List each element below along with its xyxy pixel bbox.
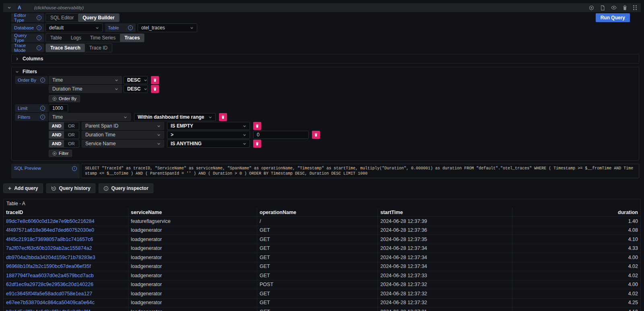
query-type-time-series[interactable]: Time Series: [86, 34, 120, 42]
order-by-field-select[interactable]: Duration Time: [49, 85, 122, 93]
limit-row: Limiti: [15, 104, 639, 112]
start-time-cell: 2024-06-28 12:37:35: [378, 235, 512, 244]
trace-id-link[interactable]: db9704a2bbda34204d159c71b78283e3: [6, 255, 95, 260]
remove-filter-button[interactable]: [219, 113, 227, 121]
column-header-starttime[interactable]: startTime: [378, 208, 512, 216]
table-select[interactable]: otel_traces: [138, 23, 197, 32]
panel-title[interactable]: Table - A: [4, 199, 640, 208]
trace-id-link[interactable]: e67ee7b53870d4c864ca50409ca0e64c: [6, 300, 95, 305]
start-time-cell: 2024-06-28 12:37:36: [378, 226, 512, 235]
editor-type-group: SQL Editor Query Builder: [45, 13, 120, 22]
column-header-traceid[interactable]: traceID: [4, 208, 128, 216]
chevron-down-icon: [15, 70, 19, 74]
run-query-button[interactable]: Run Query: [596, 13, 630, 22]
eye-icon[interactable]: [611, 5, 617, 10]
trace-id-cell: 7a2f07ecf63c60b1029ab2ac155874a2: [4, 244, 128, 253]
remove-order-by-button[interactable]: [151, 76, 159, 84]
join-and-option[interactable]: AND: [49, 140, 64, 147]
editor-type-label: Editor Typei: [11, 13, 44, 22]
remove-filter-button[interactable]: [253, 140, 261, 148]
remove-filter-button[interactable]: [253, 122, 261, 130]
query-type-logs[interactable]: Logs: [66, 34, 86, 42]
join-and-option[interactable]: AND: [49, 131, 64, 138]
filter-operator-select[interactable]: Within dashboard time range: [134, 113, 216, 121]
trace-id-link[interactable]: e91c3645f04fa5e58adcd0758e1ea127: [6, 291, 92, 297]
add-order-by-button[interactable]: Order By: [49, 95, 80, 102]
filter-condition-row: AND OR Service Name IS ANYTHING: [15, 140, 639, 148]
operation-name-cell: GET: [257, 262, 378, 271]
trace-id-link[interactable]: 96968b10fa2b2c1590bc67dea06ef35f: [6, 264, 91, 269]
trace-id-link[interactable]: 7a2f07ecf63c60b1029ab2ac155874a2: [6, 245, 92, 251]
filters-section-header[interactable]: Filters: [12, 67, 639, 76]
filter-field-select[interactable]: Time: [49, 113, 131, 121]
remove-filter-button[interactable]: [312, 131, 320, 139]
filter-field-select[interactable]: Parent Span ID: [82, 122, 164, 130]
duplicate-query-icon[interactable]: [600, 5, 605, 10]
trace-id-link[interactable]: 4f45c21918c73698057a8b1c741657c6: [6, 237, 93, 242]
service-name-cell: loadgenerator: [128, 280, 257, 289]
chevron-down-icon[interactable]: [7, 6, 11, 10]
info-icon: i: [37, 25, 41, 30]
filters-label: Filtersi: [15, 113, 48, 121]
table-row: 62df1ec9a29728c9e29536c20d140226 loadgen…: [4, 280, 640, 289]
editor-type-sql-editor[interactable]: SQL Editor: [46, 14, 78, 22]
join-or-option[interactable]: OR: [64, 140, 79, 147]
order-by-field-select[interactable]: Time: [49, 76, 122, 84]
trash-icon[interactable]: [623, 5, 627, 10]
filter-operator-select[interactable]: IS EMPTY: [167, 122, 250, 130]
join-or-option[interactable]: OR: [64, 122, 79, 130]
query-row-header[interactable]: A (clickhouse-observability): [3, 3, 641, 12]
trace-mode-trace-search[interactable]: Trace Search: [46, 44, 85, 52]
query-type-traces[interactable]: Traces: [120, 34, 144, 42]
service-name-cell: loadgenerator: [128, 299, 257, 307]
filter-field-select[interactable]: Service Name: [82, 140, 164, 148]
add-query-button[interactable]: + Add query: [3, 183, 43, 193]
duration-cell: 4.33: [512, 244, 640, 253]
column-header-servicename[interactable]: serviceName: [128, 208, 257, 216]
start-time-cell: 2024-06-28 12:37:34: [378, 244, 512, 253]
record-circle-icon[interactable]: [589, 5, 594, 10]
duration-cell: 4.10: [512, 235, 640, 244]
chevron-down-icon: [115, 87, 118, 91]
duration-cell: 4.00: [512, 253, 640, 262]
database-select[interactable]: default: [45, 23, 103, 32]
trace-id-link[interactable]: 4f497571a618e364ed7ded60752030e0: [6, 227, 94, 233]
order-by-direction-select[interactable]: DESC: [124, 76, 148, 84]
limit-label: Limiti: [15, 104, 48, 112]
order-by-direction-select[interactable]: DESC: [124, 85, 148, 93]
filter-operator-select[interactable]: IS ANYTHING: [167, 140, 250, 148]
sql-preview-label: SQL Previewi: [11, 164, 80, 178]
table-row: 96968b10fa2b2c1590bc67dea06ef35f loadgen…: [4, 262, 640, 271]
limit-input[interactable]: [49, 104, 68, 112]
order-by-label: Order Byi: [15, 76, 48, 84]
join-and-option[interactable]: AND: [49, 122, 64, 130]
query-history-button[interactable]: Query history: [46, 183, 95, 193]
trace-id-cell: 4f497571a618e364ed7ded60752030e0: [4, 226, 128, 235]
info-icon: i: [37, 45, 41, 50]
query-type-table[interactable]: Table: [46, 34, 66, 42]
filter-value-input[interactable]: [253, 131, 309, 139]
trace-id-cell: e91c3645f04fa5e58adcd0758e1ea127: [4, 289, 128, 298]
filter-field-select[interactable]: Duration Time: [82, 131, 164, 139]
service-name-cell: loadgenerator: [128, 253, 257, 262]
plus-circle-icon: [52, 151, 57, 156]
columns-section-header[interactable]: Columns: [12, 54, 639, 63]
trace-mode-trace-id[interactable]: Trace ID: [85, 44, 112, 52]
trace-id-link[interactable]: 1887794f7eaa6037d0e2a4579bcd7acb: [6, 273, 94, 278]
join-or-option[interactable]: OR: [64, 131, 79, 138]
filter-operator-select[interactable]: >: [167, 131, 250, 139]
drag-handle-icon[interactable]: [633, 5, 637, 10]
column-header-duration[interactable]: duration: [512, 208, 640, 216]
info-icon: i: [37, 35, 41, 40]
trace-id-link[interactable]: 89dc7e8c6060c0d12de7e9b50c216284: [6, 218, 95, 224]
remove-order-by-button[interactable]: [151, 85, 159, 93]
editor-type-query-builder[interactable]: Query Builder: [78, 14, 119, 22]
trace-id-link[interactable]: 62df1ec9a29728c9e29536c20d140226: [6, 282, 93, 287]
query-inspector-button[interactable]: Query inspector: [99, 183, 153, 193]
trash-icon: [256, 142, 259, 146]
table-row: e91c3645f04fa5e58adcd0758e1ea127 loadgen…: [4, 289, 640, 298]
column-header-operationname[interactable]: operationName: [257, 208, 378, 216]
table-row: 1887794f7eaa6037d0e2a4579bcd7acb loadgen…: [4, 271, 640, 280]
add-filter-button[interactable]: Filter: [49, 150, 72, 157]
trace-id-link[interactable]: b3c1d5e8f2a4c6d8e0f2a4b6c8d0e2f4: [6, 309, 91, 311]
